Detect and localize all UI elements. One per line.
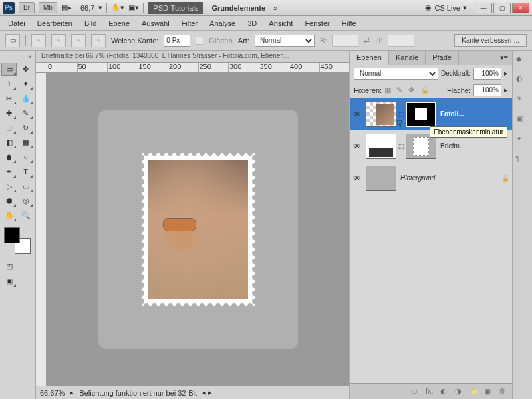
- pen-tool[interactable]: ✒: [1, 165, 17, 178]
- delete-layer-icon[interactable]: 🗑: [499, 387, 509, 396]
- layer-name[interactable]: Briefm...: [438, 142, 512, 150]
- opacity-input[interactable]: [473, 68, 501, 80]
- layer-thumbnail[interactable]: [366, 102, 396, 127]
- path-select-tool[interactable]: ▷: [1, 180, 17, 193]
- layer-group-icon[interactable]: 📁: [469, 387, 480, 396]
- canvas-background[interactable]: document.write(Array.from({length:14},(_…: [47, 73, 349, 386]
- color-swatches[interactable]: [4, 227, 31, 254]
- layer-name[interactable]: Hintergrund: [398, 174, 501, 182]
- layer-name[interactable]: Fotoli...: [438, 110, 512, 118]
- eyedropper-tool[interactable]: 💧: [18, 92, 33, 105]
- hand-tool[interactable]: ✋: [1, 209, 17, 222]
- lock-all-icon[interactable]: 🔒: [420, 86, 430, 95]
- healing-tool[interactable]: ✚: [1, 106, 17, 120]
- bridge-button[interactable]: Br: [19, 2, 35, 13]
- menu-bild[interactable]: Bild: [79, 17, 102, 29]
- type-tool[interactable]: T: [18, 165, 33, 178]
- layer-row[interactable]: 👁 ⬚ Fotoli... Ebenenmaskenminiatur ☟: [350, 98, 512, 130]
- swatches-panel-icon[interactable]: ◆: [516, 55, 529, 68]
- menu-hilfe[interactable]: Hilfe: [336, 17, 362, 29]
- workspace-psdtutorials[interactable]: PSD-Tutorials: [148, 2, 203, 14]
- visibility-icon[interactable]: 👁: [350, 174, 364, 183]
- brush-tool[interactable]: ✎: [18, 106, 33, 120]
- fg-color-swatch[interactable]: [4, 227, 20, 243]
- magic-wand-tool[interactable]: ✦: [18, 77, 33, 90]
- layer-mask-thumbnail[interactable]: [406, 102, 436, 127]
- lock-pixels-icon[interactable]: ✎: [396, 86, 406, 95]
- document-tab[interactable]: Briefmarke bei 66,7% (Fotolia_1340860_L …: [36, 51, 349, 63]
- zoom-tool[interactable]: 🔍: [18, 209, 33, 222]
- style-select[interactable]: Normal: [255, 35, 315, 47]
- tab-ebenen[interactable]: Ebenen: [350, 51, 389, 65]
- history-brush-tool[interactable]: ↻: [18, 121, 33, 134]
- color-panel-icon[interactable]: ◐: [516, 74, 529, 88]
- styles-panel-icon[interactable]: ✦: [516, 134, 529, 148]
- 3d-camera-tool[interactable]: ◎: [18, 194, 33, 207]
- quick-mask-tool[interactable]: ◰: [1, 259, 17, 273]
- layer-thumbnail[interactable]: [366, 166, 396, 191]
- close-button[interactable]: ✕: [512, 3, 529, 13]
- panel-menu-icon[interactable]: ▾≡: [496, 51, 512, 65]
- lasso-tool[interactable]: ⌇: [1, 77, 17, 90]
- eraser-tool[interactable]: ◧: [1, 136, 17, 149]
- visibility-icon[interactable]: 👁: [350, 142, 364, 151]
- tab-pfade[interactable]: Pfade: [426, 51, 459, 65]
- layer-mask-icon[interactable]: ◐: [440, 387, 451, 396]
- intersect-selection-icon[interactable]: ▫: [91, 34, 106, 47]
- gradient-tool[interactable]: ▦: [18, 136, 33, 149]
- menu-3d[interactable]: 3D: [242, 17, 262, 29]
- move-tool[interactable]: ✥: [18, 63, 33, 76]
- new-layer-icon[interactable]: ▣: [484, 387, 495, 396]
- subtract-selection-icon[interactable]: ▫: [71, 34, 86, 47]
- adjustment-layer-icon[interactable]: ◑: [455, 387, 466, 396]
- opacity-arrow-icon[interactable]: ▸: [504, 69, 508, 78]
- minibridge-button[interactable]: Mb: [39, 2, 57, 13]
- menu-ansicht[interactable]: Ansicht: [263, 17, 298, 29]
- masks-panel-icon[interactable]: ▣: [516, 114, 529, 128]
- menu-bearbeiten[interactable]: Bearbeiten: [32, 17, 78, 29]
- link-icon[interactable]: ⬚: [398, 143, 404, 150]
- menu-fenster[interactable]: Fenster: [299, 17, 334, 29]
- marquee-tool[interactable]: ▭: [1, 63, 17, 76]
- fill-input[interactable]: [473, 84, 501, 96]
- dodge-tool[interactable]: ○: [18, 150, 33, 164]
- layer-fx-icon[interactable]: fx.: [426, 387, 436, 396]
- maximize-button[interactable]: ▢: [493, 3, 511, 13]
- blend-mode-select[interactable]: Normal: [354, 68, 438, 80]
- status-zoom[interactable]: 66,67%: [40, 389, 65, 397]
- blur-tool[interactable]: ⬮: [1, 150, 17, 164]
- hand-icon[interactable]: ✋▾: [111, 3, 124, 12]
- menu-analyse[interactable]: Analyse: [204, 17, 241, 29]
- workspace-grundelemente[interactable]: Grundelemente: [207, 4, 269, 12]
- refine-edge-button[interactable]: Kante verbessern...: [454, 34, 527, 47]
- tab-kanaele[interactable]: Kanäle: [389, 51, 426, 65]
- stamp-tool[interactable]: ⊞: [1, 121, 17, 134]
- character-panel-icon[interactable]: ¶: [516, 154, 529, 168]
- lock-transparent-icon[interactable]: ▦: [384, 86, 394, 95]
- more-icon[interactable]: »: [273, 4, 277, 12]
- menu-filter[interactable]: Filter: [176, 17, 203, 29]
- layer-thumbnail[interactable]: [366, 134, 396, 159]
- fill-arrow-icon[interactable]: ▸: [504, 86, 508, 94]
- link-icon[interactable]: ⬚: [398, 111, 404, 118]
- 3d-tool[interactable]: ⬢: [1, 194, 17, 207]
- zoom-level[interactable]: 66,7: [80, 4, 94, 12]
- add-selection-icon[interactable]: ▫: [51, 34, 66, 47]
- minimize-button[interactable]: —: [475, 3, 492, 13]
- screen-mode-icon[interactable]: ▣▾: [128, 3, 139, 12]
- menu-ebene[interactable]: Ebene: [103, 17, 135, 29]
- shape-tool[interactable]: ▭: [18, 180, 33, 193]
- lock-position-icon[interactable]: ✥: [408, 86, 418, 95]
- cslive-label[interactable]: CS Live: [434, 4, 460, 12]
- menu-auswahl[interactable]: Auswahl: [136, 17, 175, 29]
- layer-row[interactable]: 👁 Hintergrund 🔒: [350, 162, 512, 194]
- crop-tool[interactable]: ✂: [1, 92, 17, 105]
- visibility-icon[interactable]: 👁: [350, 110, 364, 119]
- adjustments-panel-icon[interactable]: ☀: [516, 94, 529, 108]
- screen-mode-tool[interactable]: ▣: [1, 274, 17, 287]
- film-icon[interactable]: ▤▸: [61, 3, 72, 12]
- link-layers-icon[interactable]: ⬭: [411, 387, 422, 396]
- feather-input[interactable]: [164, 35, 190, 47]
- new-selection-icon[interactable]: ▫: [31, 34, 46, 47]
- menu-datei[interactable]: Datei: [3, 17, 31, 29]
